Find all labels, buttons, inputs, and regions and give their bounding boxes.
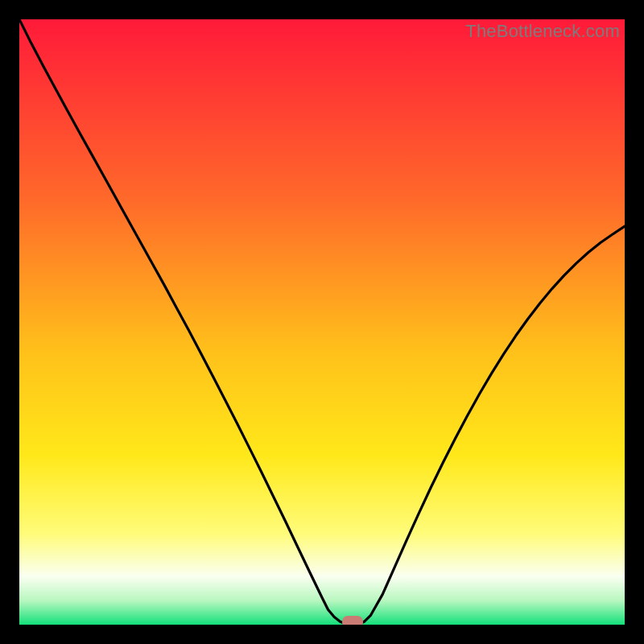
plot-area: TheBottleneck.com (19, 19, 625, 625)
gradient-background (19, 19, 625, 625)
chart-svg (19, 19, 625, 625)
chart-frame: TheBottleneck.com (0, 0, 644, 644)
optimum-marker (342, 616, 363, 625)
watermark-text: TheBottleneck.com (465, 21, 620, 42)
